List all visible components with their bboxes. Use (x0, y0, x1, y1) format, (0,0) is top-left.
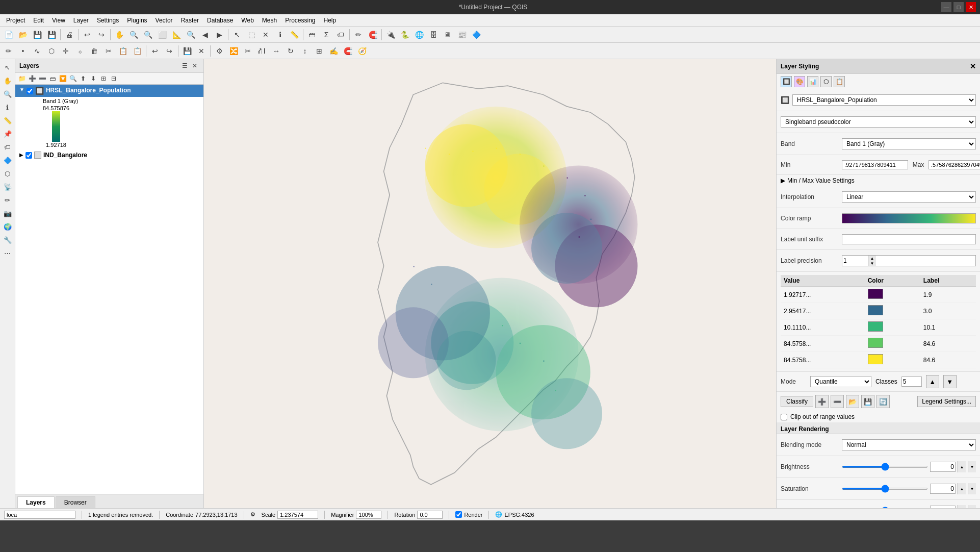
rp-contrast-down[interactable]: ▼ (968, 505, 976, 508)
tb-select[interactable]: ↖ (230, 28, 244, 41)
tb2-snap2[interactable]: 🧲 (341, 44, 354, 58)
tb2-add-poly[interactable]: ⬡ (45, 44, 58, 58)
lp-add-group[interactable]: 📁 (17, 74, 27, 83)
statusbar-scale-input[interactable] (277, 511, 318, 519)
rp-mode-select[interactable]: Quantile (810, 376, 871, 387)
tb-zoom-full[interactable]: ⬜ (156, 28, 169, 41)
rp-saturation-up[interactable]: ▲ (958, 483, 966, 494)
rp-layer-select[interactable]: HRSL_Bangalore_Population (792, 94, 976, 106)
menu-edit[interactable]: Edit (29, 16, 48, 25)
menu-help[interactable]: Help (320, 16, 341, 25)
rp-colorramp-bar[interactable] (842, 213, 976, 223)
tab-layers[interactable]: Layers (17, 496, 55, 508)
rp-saturation-slider[interactable] (842, 488, 928, 490)
rp-classes-up[interactable]: ▲ (926, 375, 939, 388)
tb-digitize[interactable]: ✏ (352, 28, 365, 41)
tb2-discard[interactable]: ✕ (195, 44, 208, 58)
tb-geopackage[interactable]: 🗄 (427, 28, 440, 41)
lt-globe[interactable]: 🌍 (2, 220, 14, 233)
tb-plugins[interactable]: 🔌 (384, 28, 397, 41)
lp-move-top[interactable]: ⬆ (79, 74, 88, 83)
menu-project[interactable]: Project (2, 16, 29, 25)
tb2-cut[interactable]: ✂ (102, 44, 115, 58)
tb2-split[interactable]: ✂ (241, 44, 254, 58)
maximize-button[interactable]: □ (953, 2, 964, 12)
lp-add-layer[interactable]: ➕ (28, 74, 37, 83)
rp-saturation-input[interactable] (930, 484, 956, 494)
tb-save-as[interactable]: 💾 (45, 28, 58, 41)
rp-add-class-btn[interactable]: ➕ (815, 395, 829, 408)
tb-3d[interactable]: 🔷 (470, 28, 483, 41)
rp-brightness-up[interactable]: ▲ (958, 461, 966, 472)
lp-filter2[interactable]: 🔍 (68, 74, 78, 83)
lt-gps[interactable]: 📡 (2, 181, 14, 193)
tb-python[interactable]: 🐍 (398, 28, 411, 41)
lt-identify[interactable]: ℹ (2, 101, 14, 113)
rp-brightness-slider[interactable] (842, 466, 928, 468)
menu-layer[interactable]: Layer (69, 16, 93, 25)
rp-interp-select[interactable]: Linear (842, 191, 976, 203)
rp-classify-btn[interactable]: Classify (781, 396, 813, 407)
tb2-advanced[interactable]: ⚙ (213, 44, 226, 58)
lt-select[interactable]: ↖ (2, 61, 14, 73)
tb2-save[interactable]: 💾 (180, 44, 194, 58)
layers-close[interactable]: ✕ (190, 61, 199, 70)
tb-zoom-next[interactable]: ▶ (213, 28, 226, 41)
rp-minmax-expand[interactable]: ▶ Min / Max Value Settings (777, 175, 980, 186)
rp-band-select[interactable]: Band 1 (Gray) (842, 138, 976, 149)
tb-redo[interactable]: ↪ (95, 28, 108, 41)
lp-filter[interactable]: 🔽 (58, 74, 67, 83)
tb2-node[interactable]: ⬦ (73, 44, 87, 58)
rp-precision-input[interactable] (842, 256, 868, 265)
lp-open-att[interactable]: 🗃 (48, 74, 57, 83)
close-button[interactable]: ✕ (966, 2, 976, 12)
tb2-undo[interactable]: ↩ (148, 44, 162, 58)
menu-processing[interactable]: Processing (281, 16, 319, 25)
tb2-flip[interactable]: ↕ (298, 44, 312, 58)
color-1[interactable] (868, 305, 883, 315)
lt-label[interactable]: 🏷 (2, 141, 14, 153)
rp-contrast-input[interactable] (930, 506, 956, 508)
tb2-reshape[interactable]: 🔀 (227, 44, 240, 58)
statusbar-render-checkbox[interactable] (455, 511, 462, 518)
lp-move-bottom[interactable]: ⬇ (89, 74, 98, 83)
rp-clip-checkbox[interactable] (781, 414, 787, 420)
statusbar-search[interactable] (4, 511, 75, 519)
tb-attribute-table[interactable]: 🗃 (305, 28, 319, 41)
tab-browser[interactable]: Browser (56, 496, 95, 508)
tb-field-calc[interactable]: Σ (320, 28, 333, 41)
tb-new[interactable]: 📄 (2, 28, 15, 41)
lt-annotation[interactable]: 📌 (2, 128, 14, 140)
layer-expand-arrow[interactable]: ▼ (19, 87, 24, 92)
tb-save[interactable]: 💾 (31, 28, 44, 41)
color-2[interactable] (868, 321, 883, 332)
layer2-expand-arrow[interactable]: ▶ (19, 152, 23, 158)
tb-select-rect[interactable]: ⬚ (245, 28, 258, 41)
rp-legend-settings-btn[interactable]: Legend Settings... (917, 396, 976, 407)
map-canvas[interactable] (204, 59, 776, 508)
rp-icon-legend[interactable]: 📋 (834, 76, 845, 87)
tb-deselect[interactable]: ✕ (259, 28, 272, 41)
rp-remove-class-btn[interactable]: ➖ (831, 395, 844, 408)
tb2-paste[interactable]: 📋 (131, 44, 144, 58)
tb-pan[interactable]: ✋ (113, 28, 126, 41)
tb-open[interactable]: 📂 (16, 28, 30, 41)
tb-print[interactable]: 🖨 (63, 28, 76, 41)
tb2-add-line[interactable]: ∿ (31, 44, 44, 58)
tb-zoom-prev[interactable]: ◀ (198, 28, 212, 41)
rp-blending-select[interactable]: Normal (842, 439, 976, 450)
lt-3d[interactable]: 🔷 (2, 154, 14, 166)
menu-vector[interactable]: Vector (151, 16, 177, 25)
layer2-checkbox[interactable] (25, 152, 32, 159)
lt-camera[interactable]: 📷 (2, 207, 14, 219)
rp-icon-layer[interactable]: 🎨 (794, 76, 805, 87)
lp-expand-all[interactable]: ⊞ (99, 74, 108, 83)
tb-label[interactable]: 🏷 (334, 28, 347, 41)
tb2-delete[interactable]: 🗑 (88, 44, 101, 58)
tb-identify[interactable]: ℹ (273, 28, 287, 41)
layers-filter[interactable]: ☰ (180, 61, 189, 70)
tb-undo[interactable]: ↩ (81, 28, 94, 41)
lt-plugins2[interactable]: 🔧 (2, 234, 14, 246)
rp-min-input[interactable] (842, 160, 908, 169)
rp-precision-up[interactable]: ▲ (868, 256, 876, 261)
